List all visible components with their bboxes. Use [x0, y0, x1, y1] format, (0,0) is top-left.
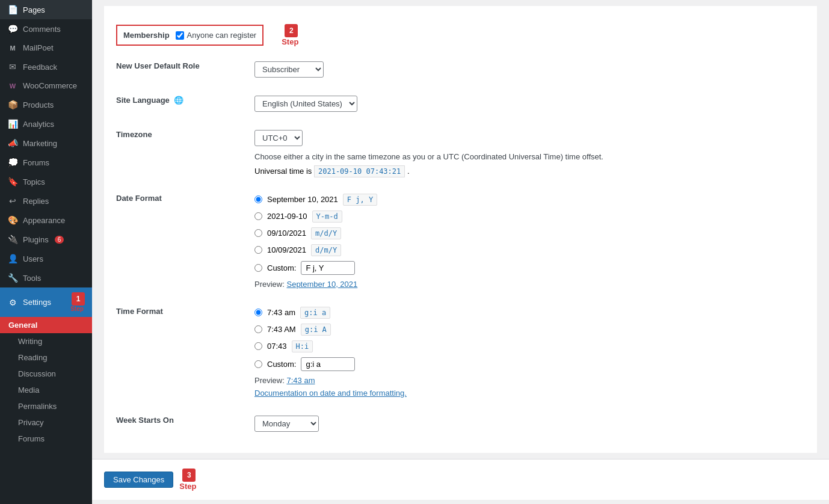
- settings-step-badge: 1: [72, 292, 85, 306]
- date-format-custom-input[interactable]: [301, 261, 355, 275]
- submenu-media[interactable]: Media: [0, 382, 92, 398]
- date-format-label: Date Format: [116, 185, 248, 298]
- settings-table: Membership Anyone can register 2 Step: [116, 18, 805, 441]
- time-format-option-custom: Custom:: [254, 357, 799, 371]
- sidebar-item-appearance[interactable]: 🎨 Appearance: [0, 211, 92, 230]
- main-content: Membership Anyone can register 2 Step: [92, 0, 829, 504]
- time-format-radio-1[interactable]: [254, 309, 262, 316]
- sidebar-item-plugins[interactable]: 🔌 Plugins 6: [0, 230, 92, 249]
- submenu-privacy[interactable]: Privacy: [0, 414, 92, 431]
- sidebar-item-label: Marketing: [23, 139, 57, 148]
- submenu-permalinks[interactable]: Permalinks: [0, 398, 92, 414]
- week-starts-row: Week Starts On Sunday Monday Tuesday Wed…: [116, 407, 805, 441]
- new-user-role-label: New User Default Role: [116, 52, 248, 87]
- time-format-custom-input[interactable]: [301, 357, 355, 371]
- sidebar-item-label: Replies: [23, 197, 49, 206]
- sidebar-item-pages[interactable]: 📄 Pages: [0, 0, 92, 19]
- date-format-option-custom: Custom:: [254, 261, 799, 275]
- date-format-code-2: Y-m-d: [312, 211, 342, 223]
- step2-badge: 2: [285, 24, 298, 37]
- date-format-option-2: 2021-09-10 Y-m-d: [254, 211, 799, 223]
- time-format-preview-value: 7:43 am: [286, 376, 315, 385]
- step2-label: Step: [282, 37, 298, 46]
- sidebar-item-label: Feedback: [23, 63, 57, 72]
- universal-time-value: 2021-09-10 07:43:21: [314, 165, 405, 177]
- date-format-radio-custom[interactable]: [254, 264, 262, 272]
- submenu-writing[interactable]: Writing: [0, 333, 92, 349]
- submenu-reading[interactable]: Reading: [0, 349, 92, 366]
- sidebar-item-label: MailPoet: [23, 43, 54, 52]
- timezone-cell: UTC+0 UTC+1 UTC-5 Choose either a city i…: [248, 121, 805, 185]
- date-format-option-1: September 10, 2021 F j, Y: [254, 194, 799, 206]
- sidebar-item-replies[interactable]: ↩ Replies: [0, 191, 92, 211]
- time-format-radio-2[interactable]: [254, 325, 262, 333]
- submenu-discussion[interactable]: Discussion: [0, 366, 92, 382]
- anyone-can-register-checkbox[interactable]: [176, 31, 184, 40]
- sidebar-item-label: Tools: [23, 274, 41, 283]
- universal-time-label: Universal time is: [254, 167, 312, 176]
- sidebar-item-settings[interactable]: ⚙ Settings 1 Step: [0, 287, 92, 317]
- settings-form: Membership Anyone can register 2 Step: [104, 6, 817, 453]
- week-starts-select[interactable]: Sunday Monday Tuesday Wednesday Thursday…: [254, 416, 319, 432]
- submenu-forums[interactable]: Forums: [0, 431, 92, 447]
- site-language-label: Site Language 🌐: [116, 87, 248, 121]
- settings-step-label: Step: [70, 306, 84, 312]
- date-format-custom-label: Custom:: [267, 263, 296, 272]
- settings-submenu: General Writing Reading Discussion Media…: [0, 317, 92, 447]
- time-format-radio-custom[interactable]: [254, 360, 262, 368]
- sidebar-item-products[interactable]: 📦 Products: [0, 95, 92, 114]
- sidebar-item-comments[interactable]: 💬 Comments: [0, 19, 92, 38]
- date-format-label-1: September 10, 2021: [267, 195, 338, 204]
- time-format-label: Time Format: [116, 298, 248, 407]
- site-language-select[interactable]: English (United States) English (UK): [254, 96, 357, 112]
- sidebar-item-woocommerce[interactable]: W WooCommerce: [0, 76, 92, 95]
- sidebar-item-tools[interactable]: 🔧 Tools: [0, 268, 92, 287]
- analytics-icon: 📊: [7, 119, 18, 129]
- date-format-label-2: 2021-09-10: [267, 212, 307, 221]
- submenu-general[interactable]: General: [0, 317, 92, 333]
- settings-icon: ⚙: [7, 298, 18, 307]
- date-format-label-4: 10/09/2021: [267, 245, 306, 254]
- language-icon: 🌐: [174, 96, 183, 105]
- timezone-info: Choose either a city in the same timezon…: [254, 151, 799, 163]
- sidebar-item-label: Comments: [23, 25, 61, 34]
- users-icon: 👤: [7, 254, 18, 263]
- timezone-select[interactable]: UTC+0 UTC+1 UTC-5: [254, 130, 303, 146]
- new-user-role-select[interactable]: Subscriber Contributor Author Editor Adm…: [254, 61, 324, 78]
- universal-time-row: Universal time is 2021-09-10 07:43:21 .: [254, 167, 799, 176]
- site-language-row: Site Language 🌐 English (United States) …: [116, 87, 805, 121]
- date-format-radio-4[interactable]: [254, 246, 262, 254]
- forums-icon: 💭: [7, 158, 18, 167]
- save-button[interactable]: Save Changes: [104, 472, 173, 488]
- sidebar-item-marketing[interactable]: 📣 Marketing: [0, 134, 92, 153]
- topics-icon: 🔖: [7, 177, 18, 186]
- date-format-radio-3[interactable]: [254, 229, 262, 237]
- sidebar-item-topics[interactable]: 🔖 Topics: [0, 172, 92, 191]
- tools-icon: 🔧: [7, 273, 18, 283]
- date-format-code-3: m/d/Y: [311, 227, 341, 239]
- time-format-radio-3[interactable]: [254, 342, 262, 350]
- date-format-preview-value: September 10, 2021: [286, 280, 357, 289]
- new-user-role-cell: Subscriber Contributor Author Editor Adm…: [248, 52, 805, 87]
- date-format-radio-1[interactable]: [254, 195, 262, 203]
- time-format-label-1: 7:43 am: [267, 308, 295, 317]
- date-format-radio-2[interactable]: [254, 212, 262, 220]
- time-format-code-2: g:i A: [301, 324, 331, 336]
- date-format-option-3: 09/10/2021 m/d/Y: [254, 227, 799, 239]
- new-user-role-row: New User Default Role Subscriber Contrib…: [116, 52, 805, 87]
- timezone-label: Timezone: [116, 121, 248, 185]
- time-format-doc-link[interactable]: Documentation on date and time formattin…: [254, 389, 407, 398]
- sidebar-item-analytics[interactable]: 📊 Analytics: [0, 114, 92, 134]
- sidebar-item-feedback[interactable]: ✉ Feedback: [0, 57, 92, 76]
- feedback-icon: ✉: [7, 62, 18, 72]
- week-starts-label: Week Starts On: [116, 407, 248, 441]
- sidebar-item-mailpoet[interactable]: M MailPoet: [0, 38, 92, 57]
- membership-field: Membership Anyone can register: [116, 25, 263, 46]
- site-language-cell: English (United States) English (UK): [248, 87, 805, 121]
- sidebar-item-users[interactable]: 👤 Users: [0, 249, 92, 268]
- anyone-can-register-label[interactable]: Anyone can register: [176, 31, 257, 40]
- sidebar-item-label: Plugins: [23, 235, 49, 244]
- date-format-preview: Preview: September 10, 2021: [254, 280, 799, 289]
- appearance-icon: 🎨: [7, 215, 18, 225]
- sidebar-item-forums[interactable]: 💭 Forums: [0, 153, 92, 172]
